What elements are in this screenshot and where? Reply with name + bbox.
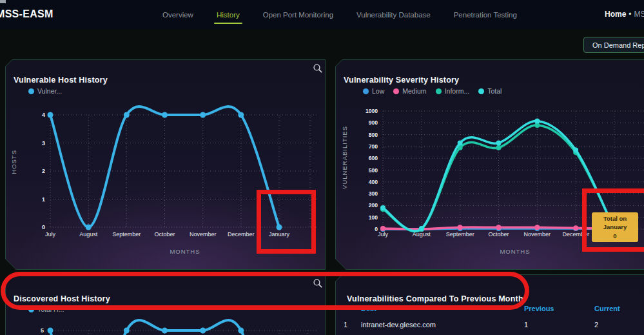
- breadcrumb-current: MS: [634, 10, 644, 19]
- svg-text:4: 4: [42, 112, 45, 118]
- row-dest-value: intranet-dev.glesec.com: [361, 321, 436, 329]
- svg-text:September: September: [446, 231, 474, 238]
- column-header-dest[interactable]: Dest: [361, 305, 376, 312]
- column-header-previous[interactable]: Previous: [524, 305, 554, 312]
- row-previous-value: 1: [524, 321, 528, 329]
- svg-text:800: 800: [369, 132, 378, 138]
- breadcrumb-home-link[interactable]: Home: [605, 10, 626, 19]
- svg-text:July: July: [378, 231, 389, 238]
- top-navigation-bar: MSS-EASM Overview History Open Port Moni…: [0, 0, 644, 29]
- browser-tab-fragment: [0, 0, 6, 3]
- svg-text:December: December: [562, 231, 589, 238]
- svg-text:1: 1: [42, 196, 45, 203]
- column-header-current[interactable]: Current: [594, 305, 620, 312]
- svg-text:500: 500: [369, 167, 378, 174]
- svg-text:October: October: [488, 231, 509, 238]
- panel-vulnerabilities-comparison: Vulnerabilities Compared To Previous Mon…: [335, 274, 644, 335]
- tooltip-value: 0: [593, 232, 637, 240]
- y-axis-title: VULNERABILITIES: [341, 126, 348, 189]
- svg-text:2: 2: [42, 168, 45, 174]
- svg-text:5: 5: [41, 327, 44, 334]
- svg-text:September: September: [112, 231, 141, 238]
- svg-text:300: 300: [369, 190, 378, 197]
- svg-text:November: November: [524, 231, 551, 238]
- svg-text:July: July: [45, 231, 56, 238]
- dashboard-screen: MSS-EASM Overview History Open Port Moni…: [0, 0, 644, 335]
- vulnerable-host-line-chart[interactable]: 01234JulyAugustSeptemberOctoberNovemberD…: [5, 59, 326, 270]
- panel-discovered-host-history: Discovered Host History Total H... 01234…: [5, 274, 326, 335]
- svg-text:December: December: [228, 231, 255, 238]
- panel-title: Vulnerabilities Compared To Previous Mon…: [347, 294, 523, 303]
- breadcrumb: Home•MS: [605, 10, 644, 19]
- nav-tab-vulnerability-database[interactable]: Vulnerability Database: [356, 7, 431, 23]
- x-axis-title: MONTHS: [146, 248, 224, 255]
- panel-vulnerability-severity-history: Vulnerability Severity History Low Mediu…: [335, 59, 644, 270]
- svg-text:100: 100: [369, 214, 378, 221]
- main-nav: Overview History Open Port Monitoring Vu…: [162, 0, 517, 29]
- svg-text:900: 900: [369, 119, 378, 126]
- on-demand-report-button[interactable]: On Demand Repo: [583, 37, 644, 53]
- svg-text:200: 200: [369, 202, 378, 208]
- tooltip-title: Total on January: [593, 214, 637, 232]
- svg-text:January: January: [269, 231, 290, 238]
- svg-text:August: August: [79, 231, 98, 238]
- svg-text:3: 3: [42, 140, 45, 147]
- nav-tab-history[interactable]: History: [217, 7, 240, 23]
- discovered-host-line-chart[interactable]: 012345JulyAugustSeptemberOctoberNovember…: [5, 274, 326, 335]
- svg-text:October: October: [154, 231, 175, 238]
- svg-text:600: 600: [369, 155, 378, 161]
- y-axis-title: HOSTS: [10, 150, 17, 174]
- chart-tooltip: Total on January 0: [592, 212, 638, 242]
- svg-text:700: 700: [369, 143, 378, 150]
- panel-vulnerable-host-history: Vulnerable Host History Vulner... 01234J…: [5, 59, 326, 270]
- x-axis-title: MONTHS: [476, 248, 554, 255]
- app-title: MSS-EASM: [0, 8, 54, 20]
- nav-tab-open-port-monitoring[interactable]: Open Port Monitoring: [263, 7, 333, 23]
- nav-tab-overview[interactable]: Overview: [162, 7, 193, 23]
- svg-text:0: 0: [42, 224, 45, 230]
- svg-text:400: 400: [369, 179, 378, 185]
- row-number: 1: [344, 321, 347, 329]
- breadcrumb-separator: •: [629, 10, 631, 19]
- svg-text:1000: 1000: [366, 108, 378, 114]
- nav-tab-penetration-testing[interactable]: Penetration Testing: [454, 7, 517, 23]
- svg-text:November: November: [190, 231, 217, 238]
- row-current-value: 2: [594, 321, 598, 329]
